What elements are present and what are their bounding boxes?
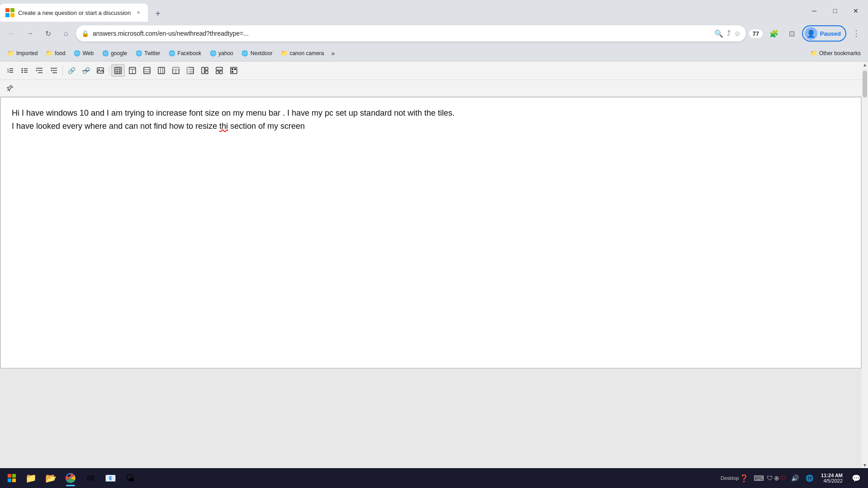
puzzle-icon: 🧩 (769, 29, 778, 38)
close-button[interactable]: ✕ (845, 4, 866, 18)
table-option-8-button[interactable] (212, 64, 226, 77)
more-bookmarks-button[interactable]: » (329, 48, 338, 59)
tray-icon-3[interactable]: 🛡 (780, 474, 787, 482)
editor-area[interactable]: Hi I have windows 10 and I am trying to … (0, 97, 862, 369)
bookmark-icon[interactable]: ☆ (734, 29, 741, 38)
bookmark-google-label: google (111, 50, 127, 56)
profile-button[interactable]: 👤 Paused (802, 25, 846, 42)
globe-icon: 🌐 (209, 50, 217, 57)
toolbar-right: 77 🧩 ⊡ 👤 Paused ⋮ (748, 25, 864, 42)
search-icon[interactable]: 🔍 (714, 29, 723, 38)
ordered-list-button[interactable]: 1. (4, 64, 17, 77)
desktop-label: Desktop (721, 475, 739, 481)
outdent-button[interactable] (47, 64, 61, 77)
back-button[interactable]: ← (4, 25, 20, 42)
tray-icon-1[interactable]: 🛡 (767, 474, 773, 482)
table-option-4-button[interactable] (155, 64, 168, 77)
svg-marker-21 (51, 70, 52, 71)
insert-image-button[interactable] (94, 64, 107, 77)
bookmark-yahoo[interactable]: 🌐 yahoo (206, 48, 237, 59)
weather-icon: 🌤 (126, 473, 135, 483)
scroll-down-button[interactable]: ▼ (862, 462, 868, 468)
toolbar-divider (62, 66, 63, 75)
volume-button[interactable]: 🔊 (788, 472, 801, 484)
keyboard-icon-button[interactable]: ⌨ (752, 472, 765, 484)
editor-toolbar: 1. (0, 61, 862, 80)
minimize-button[interactable]: ─ (804, 4, 825, 18)
address-bar[interactable]: 🔒 answers.microsoft.com/en-us/newthread?… (76, 25, 746, 42)
active-tab[interactable]: Create a new question or start a discuss… (0, 4, 148, 22)
scroll-up-button[interactable]: ▲ (862, 61, 868, 68)
tab-strip: Create a new question or start a discuss… (0, 0, 804, 22)
table-option-9-button[interactable] (227, 64, 241, 77)
table-option-5-button[interactable] (169, 64, 183, 77)
indent-button[interactable] (33, 64, 46, 77)
svg-rect-35 (158, 67, 165, 74)
bookmark-web[interactable]: 🌐 Web (70, 48, 97, 59)
bookmark-yahoo-label: yahoo (218, 50, 233, 56)
browser-menu-button[interactable]: ⋮ (848, 25, 864, 42)
bookmark-nextdoor[interactable]: 🌐 Nextdoor (238, 48, 276, 59)
bookmark-facebook[interactable]: 🌐 Facebook (165, 48, 205, 59)
editor-content-area[interactable]: Hi I have windows 10 and I am trying to … (0, 97, 861, 368)
insert-link-button[interactable]: 🔗 (65, 64, 78, 77)
screenshot-button[interactable]: ⊡ (784, 25, 800, 42)
svg-rect-53 (231, 68, 233, 70)
table-option-7-button[interactable] (198, 64, 212, 77)
svg-marker-17 (36, 70, 38, 71)
bookmark-web-label: Web (83, 50, 94, 56)
bookmark-imported[interactable]: 📁 Imported (4, 48, 41, 59)
home-button[interactable]: ⌂ (58, 25, 74, 42)
reload-button[interactable]: ↻ (40, 25, 56, 42)
bookmark-twitter[interactable]: 🌐 Twitter (132, 48, 164, 59)
unordered-list-button[interactable] (18, 64, 32, 77)
extensions-button[interactable]: 🧩 (766, 25, 782, 42)
tray-icon-2[interactable]: ⊕ (774, 474, 779, 482)
forward-button[interactable]: → (22, 25, 38, 42)
taskbar-outlook[interactable]: 📧 (101, 469, 119, 487)
system-clock[interactable]: 11:24 AM 4/5/2022 (817, 473, 846, 483)
taskbar-mail[interactable]: ✉ (81, 469, 99, 487)
table-option-2-button[interactable] (126, 64, 139, 77)
globe-icon: 🌐 (74, 50, 81, 57)
chrome-icon (66, 473, 75, 483)
taskbar-weather[interactable]: 🌤 (121, 469, 139, 487)
mail-icon: ✉ (87, 473, 94, 483)
desktop-show-button[interactable]: Desktop (723, 472, 736, 484)
taskbar-file-explorer[interactable]: 📁 (22, 469, 40, 487)
insert-table-button[interactable] (111, 64, 125, 77)
taskbar: 📁 📂 ✉ 📧 🌤 (0, 468, 868, 488)
extensions-count-badge[interactable]: 77 (748, 25, 764, 42)
notification-button[interactable]: 💬 (848, 470, 864, 486)
avatar: 👤 (805, 27, 817, 40)
new-tab-button[interactable]: + (150, 5, 166, 22)
table-option-3-button[interactable] (140, 64, 154, 77)
misspelled-word: thi (219, 122, 228, 131)
page-wrapper: 1. (0, 61, 862, 468)
start-button[interactable] (4, 470, 20, 486)
maximize-button[interactable]: □ (825, 4, 845, 18)
svg-rect-50 (216, 71, 219, 74)
page-content: 1. (0, 61, 868, 468)
remove-link-button[interactable]: 🔗 (79, 64, 93, 77)
help-icon-button[interactable]: ❓ (738, 472, 750, 484)
bookmark-google[interactable]: 🌐 google (98, 48, 131, 59)
share-icon[interactable]: ⤴ (727, 29, 731, 38)
bookmarks-bar: 📁 Imported 📁 food 🌐 Web 🌐 google 🌐 Twitt… (0, 45, 868, 61)
tab-close-button[interactable]: × (134, 9, 142, 17)
help-icon: ❓ (740, 474, 749, 483)
other-bookmarks-button[interactable]: 📁 Other bookmarks (807, 48, 864, 58)
taskbar-chrome[interactable] (61, 469, 80, 487)
bookmark-canon-camera[interactable]: 📁 canon camera (277, 48, 328, 59)
svg-rect-24 (115, 67, 121, 74)
taskbar-file-manager[interactable]: 📂 (42, 469, 60, 487)
file-explorer-icon: 📁 (25, 473, 37, 483)
right-scrollbar[interactable]: ▲ ▼ (862, 61, 868, 468)
pin-button[interactable] (4, 82, 16, 94)
table-option-6-button[interactable] (184, 64, 197, 77)
svg-rect-46 (202, 67, 204, 74)
network-button[interactable]: 🌐 (803, 472, 816, 484)
svg-rect-55 (231, 71, 233, 73)
scroll-thumb[interactable] (863, 70, 867, 98)
bookmark-food[interactable]: 📁 food (42, 48, 69, 59)
